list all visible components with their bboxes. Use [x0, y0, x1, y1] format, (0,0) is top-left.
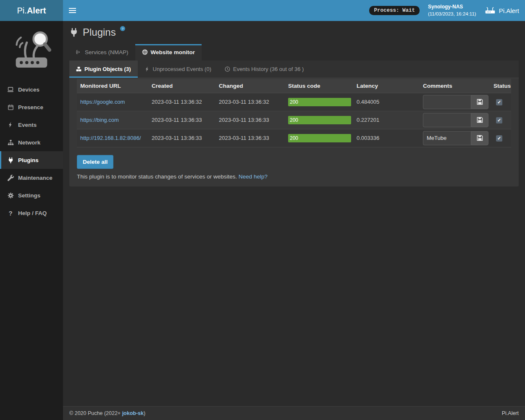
- tab-label: Events History (36 out of 36 ): [233, 66, 304, 72]
- created-cell: 2023-03-11 13:36:32: [148, 93, 215, 111]
- sidebar-item-help-faq[interactable]: ? Help / FAQ: [0, 204, 63, 222]
- tab-label: Services (NMAP): [85, 49, 129, 55]
- latency-cell: 0.484005: [353, 93, 420, 111]
- column-header: Monitored URL: [77, 79, 148, 93]
- monitored-url-link[interactable]: https://bing.com: [80, 117, 119, 123]
- device-name: Synology-NAS: [428, 3, 476, 10]
- tab-services-nmap[interactable]: Services (NMAP): [69, 44, 135, 60]
- calendar-icon: [7, 104, 14, 110]
- sidebar-item-label: Help / FAQ: [18, 210, 47, 216]
- tab-unprocessed-events[interactable]: Unprocessed Events (0): [138, 60, 218, 78]
- floppy-icon: [477, 135, 483, 141]
- sitemap-icon: [7, 139, 14, 146]
- save-button[interactable]: [471, 131, 488, 145]
- top-bar: Pi.Alert Process: Wait Synology-NAS (11/…: [0, 0, 525, 21]
- plugin-objects-table: Monitored URL Created Changed Status cod…: [77, 79, 511, 147]
- comment-input-group: [423, 95, 488, 109]
- save-button[interactable]: [471, 95, 488, 109]
- column-header: Latency: [353, 79, 420, 93]
- tab-label: Unprocessed Events (0): [153, 66, 211, 72]
- status-checkbox[interactable]: [496, 99, 502, 105]
- tab-website-monitor[interactable]: Website monitor: [135, 44, 202, 60]
- tab-plugin-objects[interactable]: Plugin Objects (3): [69, 60, 138, 78]
- footer-app-name: Pi.Alert: [502, 410, 519, 416]
- column-header: Status code: [285, 79, 353, 93]
- navbar-right: Process: Wait Synology-NAS (11/03/2023, …: [369, 3, 525, 18]
- table-row: https://bing.com 2023-03-11 13:36:33 202…: [77, 111, 511, 129]
- sidebar-item-settings[interactable]: Settings: [0, 186, 63, 204]
- status-code-bar: 200: [288, 134, 351, 142]
- navbar-app-name: Pi.Alert: [499, 7, 519, 14]
- sidebar: Devices Presence Events Network Plugins …: [0, 21, 63, 420]
- floppy-icon: [477, 99, 483, 105]
- device-timestamp: (11/03/2023, 16:24:11): [428, 10, 476, 18]
- column-header: Changed: [215, 79, 285, 93]
- sidebar-item-label: Plugins: [18, 157, 39, 163]
- save-button[interactable]: [471, 113, 488, 127]
- navbar-app[interactable]: Pi.Alert: [485, 6, 519, 15]
- footer-copyright-suffix: ): [144, 410, 145, 416]
- cubes-icon: [76, 66, 81, 72]
- sidebar-item-label: Presence: [18, 104, 43, 110]
- comment-input[interactable]: [423, 95, 471, 109]
- sidebar-menu: Devices Presence Events Network Plugins …: [0, 81, 63, 222]
- globe-icon: [142, 49, 148, 55]
- tab-events-history[interactable]: Events History (36 out of 36 ): [218, 60, 310, 78]
- help-badge[interactable]: ?: [120, 26, 125, 31]
- sidebar-toggle-button[interactable]: [63, 0, 81, 21]
- website-monitor-panel: Plugin Objects (3) Unprocessed Events (0…: [69, 60, 519, 186]
- process-status-badge: Process: Wait: [369, 6, 420, 15]
- status-checkbox[interactable]: [496, 135, 502, 142]
- monitored-url-link[interactable]: http://192.168.1.82:8086/: [80, 135, 141, 141]
- created-cell: 2023-03-11 13:36:33: [148, 111, 215, 129]
- comment-input[interactable]: [423, 113, 471, 127]
- column-header: Created: [148, 79, 215, 93]
- footer-copyright: © 2020 Puche (2022+ jokob-sk): [69, 410, 145, 416]
- table-header-row: Monitored URL Created Changed Status cod…: [77, 79, 511, 93]
- tab-label: Website monitor: [151, 49, 195, 55]
- status-code-bar: 200: [288, 116, 351, 124]
- bolt-icon: [144, 66, 150, 72]
- latency-cell: 0.003336: [353, 129, 420, 147]
- clock-icon: [225, 66, 230, 72]
- router-icon: [485, 6, 496, 15]
- monitored-url-link[interactable]: https://google.com: [80, 99, 125, 105]
- content-header: Plugins ?: [63, 21, 525, 39]
- footer: © 2020 Puche (2022+ jokob-sk) Pi.Alert: [63, 406, 525, 420]
- comment-input[interactable]: [423, 131, 471, 145]
- comment-input-group: [423, 131, 488, 145]
- changed-cell: 2023-03-11 13:36:32: [215, 93, 285, 111]
- column-header: Status: [490, 79, 511, 93]
- latency-cell: 0.227201: [353, 111, 420, 129]
- sidebar-item-maintenance[interactable]: Maintenance: [0, 169, 63, 186]
- brand-suffix: Alert: [27, 6, 46, 16]
- sidebar-item-presence[interactable]: Presence: [0, 98, 63, 116]
- router-scan-logo-icon: [8, 27, 55, 74]
- wrench-icon: [7, 174, 14, 181]
- status-checkbox[interactable]: [496, 117, 502, 123]
- navbar: Process: Wait Synology-NAS (11/03/2023, …: [63, 0, 525, 21]
- sidebar-item-devices[interactable]: Devices: [0, 81, 63, 98]
- sidebar-item-label: Maintenance: [18, 175, 52, 181]
- comment-input-group: [423, 113, 488, 127]
- panel-tabs: Plugin Objects (3) Unprocessed Events (0…: [69, 60, 519, 78]
- delete-all-button[interactable]: Delete all: [77, 155, 113, 169]
- footer-author-link[interactable]: jokob-sk: [122, 410, 144, 416]
- brand-logo[interactable]: Pi.Alert: [0, 0, 63, 21]
- gear-icon: [7, 192, 14, 199]
- question-icon: ?: [7, 210, 14, 216]
- sidebar-item-network[interactable]: Network: [0, 134, 63, 151]
- need-help-link[interactable]: Need help?: [239, 173, 268, 180]
- sidebar-item-label: Settings: [18, 192, 40, 199]
- sidebar-item-label: Devices: [18, 87, 39, 93]
- page-title: Plugins: [83, 26, 116, 39]
- plugin-description-text: This plugin is to monitor status changes…: [77, 173, 237, 180]
- bolt-icon: [7, 121, 14, 128]
- status-code-bar: 200: [288, 98, 351, 106]
- app-logo: [0, 21, 63, 81]
- sidebar-item-events[interactable]: Events: [0, 116, 63, 134]
- column-header: Comments: [420, 79, 490, 93]
- sidebar-item-label: Events: [18, 122, 37, 128]
- sidebar-item-plugins[interactable]: Plugins: [0, 151, 63, 169]
- changed-cell: 2023-03-11 13:36:33: [215, 129, 285, 147]
